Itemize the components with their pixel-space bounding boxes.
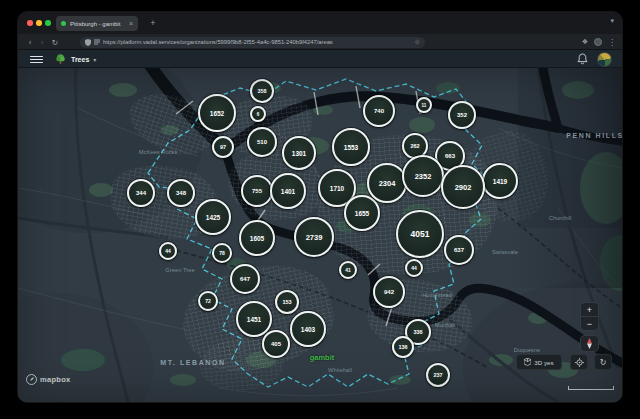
cluster-marker[interactable]: 1425 [195, 199, 231, 235]
cluster-marker[interactable]: 1652 [198, 94, 236, 132]
map-zoom-controls: + − [580, 302, 599, 331]
cluster-marker[interactable]: 1401 [270, 173, 306, 209]
scale-bar [568, 386, 614, 390]
cluster-marker[interactable]: 755 [241, 175, 273, 207]
org-name-label: Trees [71, 56, 89, 63]
browser-profile-avatar[interactable] [594, 38, 602, 46]
tab-overview-chevron-icon[interactable]: ▾ [610, 17, 614, 25]
forward-button[interactable]: › [36, 34, 48, 50]
view-3d-label: 3D yes [534, 359, 553, 366]
mapbox-logo[interactable]: mapbox [26, 374, 71, 385]
screenshot-root: Pittsburgh - gambit × + ▾ ‹ › ↻ https://… [0, 0, 640, 419]
cluster-marker[interactable]: 348 [167, 179, 195, 207]
zoom-window-button[interactable] [45, 20, 51, 26]
cluster-marker[interactable]: 1451 [236, 301, 272, 337]
cluster-marker[interactable]: 1553 [332, 128, 370, 166]
browser-menu-icon[interactable]: ⋮ [608, 38, 616, 47]
cluster-marker[interactable]: 352 [448, 101, 476, 129]
browser-window: Pittsburgh - gambit × + ▾ ‹ › ↻ https://… [18, 12, 622, 402]
cluster-marker[interactable]: 740 [363, 95, 395, 127]
map-canvas[interactable]: McKees RocksPENN HILLSChurchillSwissvale… [18, 68, 622, 402]
app-header: Trees ▾ [18, 50, 622, 68]
compass-needle-icon [585, 338, 594, 349]
cluster-marker[interactable]: 344 [127, 179, 155, 207]
cluster-marker[interactable]: 2352 [402, 155, 444, 197]
tab-favicon [61, 21, 66, 26]
cluster-marker[interactable]: 2902 [441, 165, 485, 209]
url-text: https://platform.vadal.services/organiza… [103, 39, 411, 45]
mapbox-logo-text: mapbox [40, 375, 71, 384]
locate-button[interactable] [570, 354, 588, 370]
cluster-marker[interactable]: 1655 [344, 195, 380, 231]
cluster-marker[interactable]: 11 [416, 97, 432, 113]
cluster-marker[interactable]: 637 [444, 235, 474, 265]
browser-toolbar: ‹ › ↻ https://platform.vadal.services/or… [18, 34, 622, 50]
cluster-marker[interactable]: 136 [392, 336, 414, 358]
new-tab-button[interactable]: + [146, 16, 160, 30]
cluster-marker[interactable]: 405 [262, 330, 290, 358]
cluster-marker[interactable]: 1301 [282, 136, 316, 170]
cluster-marker[interactable]: 1419 [482, 163, 518, 199]
close-window-button[interactable] [27, 20, 33, 26]
bookmark-star-icon[interactable]: ☆ [414, 39, 420, 46]
cluster-marker[interactable]: 510 [247, 127, 277, 157]
cluster-marker[interactable]: 4051 [396, 210, 444, 258]
cluster-marker[interactable]: 2739 [294, 217, 334, 257]
cluster-marker[interactable]: 358 [250, 79, 274, 103]
cluster-marker[interactable]: 44 [405, 259, 423, 277]
cluster-marker[interactable]: 1605 [239, 220, 275, 256]
compass-button[interactable] [580, 335, 599, 352]
cluster-marker[interactable]: 2304 [367, 163, 407, 203]
extensions-icon[interactable]: ❖ [582, 38, 588, 46]
tab-close-icon[interactable]: × [129, 20, 133, 27]
cluster-marker[interactable]: 97 [212, 136, 234, 158]
cluster-marker[interactable]: 1403 [290, 311, 326, 347]
locate-crosshair-icon [575, 358, 584, 367]
menu-button[interactable] [30, 56, 43, 63]
cluster-marker[interactable]: 41 [339, 261, 357, 279]
tree-logo-icon [54, 53, 67, 66]
tab-title: Pittsburgh - gambit [70, 21, 125, 27]
cluster-marker[interactable]: 237 [426, 363, 450, 387]
cluster-marker[interactable]: 44 [159, 242, 177, 260]
rotate-view-button[interactable]: ↻ [594, 354, 612, 370]
org-selector[interactable]: Trees ▾ [54, 52, 96, 66]
cluster-marker[interactable]: 153 [275, 290, 299, 314]
back-button[interactable]: ‹ [24, 34, 36, 50]
reader-mode-icon [94, 39, 100, 45]
reload-button[interactable]: ↻ [49, 34, 61, 50]
view-3d-toggle[interactable]: 3D yes [516, 354, 562, 370]
cluster-marker[interactable]: 942 [373, 276, 405, 308]
cluster-marker[interactable]: 78 [212, 243, 232, 263]
url-bar[interactable]: https://platform.vadal.services/organiza… [80, 37, 425, 48]
shield-icon [85, 39, 91, 46]
mapbox-logo-icon [26, 374, 37, 385]
cluster-marker[interactable]: 647 [230, 264, 260, 294]
zoom-out-button[interactable]: − [581, 317, 598, 330]
user-avatar[interactable] [597, 52, 612, 67]
tab-strip: Pittsburgh - gambit × + ▾ [18, 12, 622, 34]
cluster-marker[interactable]: 72 [198, 291, 218, 311]
minimize-window-button[interactable] [36, 20, 42, 26]
chevron-down-icon: ▾ [93, 56, 96, 63]
zoom-in-button[interactable]: + [581, 303, 598, 316]
notification-bell-icon[interactable] [577, 53, 588, 65]
cube-icon [524, 358, 531, 366]
cluster-marker[interactable]: 6 [250, 106, 266, 122]
browser-tab[interactable]: Pittsburgh - gambit × [56, 16, 138, 31]
